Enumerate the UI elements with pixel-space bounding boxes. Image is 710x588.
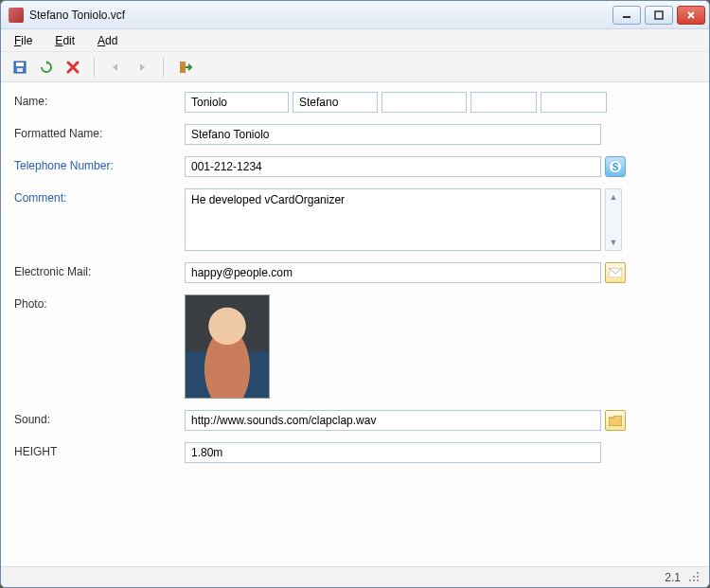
toolbar-separator bbox=[94, 58, 95, 77]
svg-rect-2 bbox=[16, 62, 24, 66]
comment-input[interactable] bbox=[185, 188, 601, 251]
menu-file[interactable]: File bbox=[10, 32, 36, 49]
prev-button[interactable] bbox=[104, 56, 127, 79]
label-height: HEIGHT bbox=[14, 442, 185, 458]
label-comment[interactable]: Comment: bbox=[14, 188, 185, 205]
scroll-down-icon[interactable]: ▼ bbox=[606, 235, 621, 250]
row-photo: Photo: bbox=[14, 294, 696, 399]
label-telephone[interactable]: Telephone Number: bbox=[14, 156, 185, 172]
row-formatted-name: Formatted Name: bbox=[14, 124, 696, 145]
svg-rect-4 bbox=[180, 62, 186, 73]
svg-rect-3 bbox=[17, 68, 23, 72]
statusbar: 2.1 bbox=[1, 566, 709, 587]
height-input[interactable] bbox=[185, 442, 601, 463]
telephone-input[interactable] bbox=[185, 156, 601, 177]
svg-text:S: S bbox=[612, 162, 619, 172]
email-button[interactable] bbox=[605, 262, 626, 283]
close-button[interactable] bbox=[677, 6, 705, 25]
photo-preview[interactable] bbox=[185, 294, 270, 399]
toolbar bbox=[1, 52, 709, 82]
sound-input[interactable] bbox=[185, 410, 601, 431]
minimize-button[interactable] bbox=[612, 6, 641, 25]
app-icon bbox=[9, 8, 24, 23]
label-name: Name: bbox=[14, 92, 185, 108]
save-button[interactable] bbox=[9, 56, 31, 79]
maximize-button[interactable] bbox=[645, 6, 673, 25]
label-sound: Sound: bbox=[14, 410, 185, 426]
menubar: File Edit Add bbox=[1, 29, 709, 52]
sound-browse-button[interactable] bbox=[605, 410, 626, 431]
refresh-button[interactable] bbox=[35, 56, 58, 79]
label-photo: Photo: bbox=[14, 294, 185, 311]
family-name-input[interactable] bbox=[185, 92, 289, 113]
next-button[interactable] bbox=[131, 56, 153, 79]
row-telephone: Telephone Number: S bbox=[14, 156, 696, 177]
menu-add[interactable]: Add bbox=[94, 32, 121, 49]
app-window: Stefano Toniolo.vcf File Edit Add bbox=[0, 0, 710, 588]
titlebar[interactable]: Stefano Toniolo.vcf bbox=[1, 1, 709, 29]
comment-scrollbar[interactable]: ▲ ▼ bbox=[605, 188, 622, 251]
window-title: Stefano Toniolo.vcf bbox=[29, 9, 612, 22]
window-controls bbox=[612, 6, 705, 25]
content-area: Name: Formatted Name: Telephone Number: … bbox=[1, 82, 709, 566]
exit-button[interactable] bbox=[173, 56, 196, 79]
row-comment: Comment: ▲ ▼ bbox=[14, 188, 696, 251]
delete-button[interactable] bbox=[62, 56, 84, 79]
toolbar-separator bbox=[163, 58, 164, 77]
row-name: Name: bbox=[14, 92, 696, 113]
formatted-name-input[interactable] bbox=[185, 124, 601, 145]
svg-rect-0 bbox=[655, 11, 663, 19]
menu-edit[interactable]: Edit bbox=[51, 32, 79, 49]
row-height: HEIGHT bbox=[14, 442, 696, 463]
given-name-input[interactable] bbox=[293, 92, 378, 113]
status-version: 2.1 bbox=[665, 571, 681, 584]
resize-grip[interactable] bbox=[688, 571, 701, 584]
skype-button[interactable]: S bbox=[605, 156, 626, 177]
email-input[interactable] bbox=[185, 262, 601, 283]
suffix-input[interactable] bbox=[541, 92, 607, 113]
row-sound: Sound: bbox=[14, 410, 696, 431]
prefix-input[interactable] bbox=[470, 92, 537, 113]
additional-name-input[interactable] bbox=[382, 92, 467, 113]
scroll-up-icon[interactable]: ▲ bbox=[606, 189, 621, 205]
row-email: Electronic Mail: bbox=[14, 262, 696, 283]
label-formatted-name: Formatted Name: bbox=[14, 124, 185, 140]
label-email: Electronic Mail: bbox=[14, 262, 185, 278]
